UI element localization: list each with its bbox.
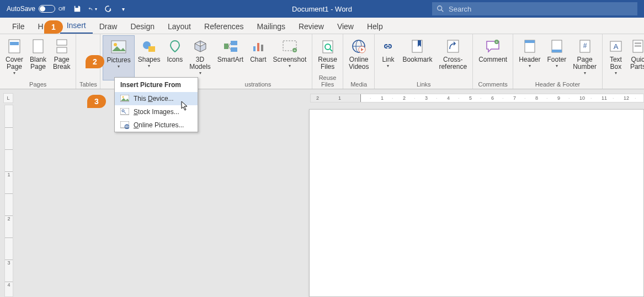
document-title: Document1 - Word (292, 5, 352, 13)
callout-2: 2 (86, 55, 104, 68)
page-number-button[interactable]: # Page Number▾ (570, 35, 600, 80)
chevron-down-icon: ▾ (584, 71, 586, 75)
chevron-down-icon: ▾ (529, 63, 531, 68)
online-videos-button[interactable]: Online Videos (345, 35, 372, 80)
reuse-files-icon (321, 37, 334, 55)
cube-icon (194, 37, 207, 55)
icons-label: Icons (167, 56, 183, 63)
reuse-files-button[interactable]: Reuse Files (315, 35, 340, 74)
shapes-label: Shapes (138, 56, 161, 63)
tab-insert[interactable]: Insert (60, 18, 93, 34)
cross-reference-button[interactable]: Cross- reference (435, 35, 470, 80)
shapes-button[interactable]: Shapes▾ (135, 35, 164, 80)
page-break-button[interactable]: Page Break (50, 35, 73, 80)
bookmark-button[interactable]: Bookmark (399, 35, 435, 80)
svg-rect-16 (253, 46, 256, 51)
svg-rect-36 (552, 50, 562, 52)
document-page[interactable] (309, 109, 644, 297)
search-icon (437, 5, 444, 13)
tab-draw[interactable]: Draw (93, 19, 124, 34)
icons-icon (168, 37, 182, 55)
page-break-label: Page Break (53, 56, 70, 71)
comment-button[interactable]: + Comment (475, 35, 510, 80)
tab-review[interactable]: Review (292, 19, 331, 34)
3d-models-button[interactable]: 3D Models▾ (186, 35, 214, 80)
cross-reference-label: Cross- reference (439, 56, 467, 71)
svg-rect-3 (10, 42, 19, 45)
tab-layout[interactable]: Layout (161, 19, 198, 34)
tab-file[interactable]: File (6, 19, 31, 34)
group-label-links: Links (377, 80, 470, 89)
link-icon (381, 37, 395, 55)
svg-rect-6 (57, 47, 67, 53)
customize-qat-icon[interactable]: ▾ (119, 4, 128, 13)
svg-rect-5 (57, 40, 67, 45)
tab-view[interactable]: View (331, 19, 360, 34)
quick-parts-button[interactable]: Quic Parts (627, 35, 644, 87)
text-box-icon: A (609, 37, 622, 55)
svg-rect-12 (231, 41, 237, 45)
group-header-footer: Header▾ Footer▾ # Page Number▾ Header & … (513, 34, 603, 89)
horizontal-ruler[interactable]: 21·1·2·3·4·5·6·7·8·9·10·11·12·13 (310, 94, 644, 102)
svg-text:+: + (294, 48, 296, 52)
dropdown-online-pictures[interactable]: Online Pictures... (115, 118, 198, 132)
text-box-label: Text Box (610, 56, 622, 71)
footer-label: Footer (547, 56, 567, 63)
chevron-down-icon: ▾ (13, 71, 15, 75)
shapes-icon (142, 37, 156, 55)
group-label-media: Media (345, 80, 372, 89)
smartart-icon (223, 37, 238, 55)
cover-page-button[interactable]: Cover Page▾ (2, 35, 26, 80)
screenshot-button[interactable]: + Screenshot▾ (270, 35, 310, 80)
quick-parts-label: Quic Parts (630, 56, 644, 71)
tab-help[interactable]: Help (360, 19, 390, 34)
bookmark-label: Bookmark (402, 56, 432, 63)
footer-button[interactable]: Footer▾ (544, 35, 570, 80)
vertical-ruler[interactable] (4, 105, 13, 297)
chevron-down-icon: ▾ (387, 63, 389, 68)
chevron-down-icon: ▾ (148, 63, 150, 68)
tab-mailings[interactable]: Mailings (251, 19, 292, 34)
globe-play-icon (352, 37, 366, 55)
title-bar: AutoSave Off ▾ ▾ Document1 - Word Search (0, 0, 644, 18)
group-label-header-footer: Header & Footer (515, 80, 600, 89)
pictures-label: Pictures (107, 57, 130, 64)
text-box-button[interactable]: A Text Box▾ (605, 35, 627, 87)
group-reuse: Reuse Files Reuse Files (312, 34, 343, 89)
screenshot-icon: + (283, 37, 297, 55)
mouse-cursor-icon (181, 101, 189, 111)
footer-icon (551, 37, 563, 55)
blank-page-button[interactable]: Blank Page (26, 35, 50, 80)
chart-button[interactable]: Chart (247, 35, 269, 80)
autosave-label: AutoSave (7, 5, 35, 13)
tab-references[interactable]: References (198, 19, 251, 34)
autosave-toggle[interactable]: AutoSave Off (0, 5, 65, 13)
bookmark-icon (411, 37, 423, 55)
dropdown-stock-images-label: Stock Images... (134, 108, 179, 116)
autosave-state: Off (58, 6, 65, 12)
chart-label: Chart (250, 56, 266, 63)
save-icon[interactable] (73, 4, 82, 13)
redo-icon[interactable] (104, 4, 113, 13)
group-label-tables: Tables (78, 80, 98, 89)
header-icon (524, 37, 536, 55)
ruler-corner[interactable]: L (3, 93, 13, 103)
header-button[interactable]: Header▾ (515, 35, 544, 80)
3d-models-label: 3D Models (189, 56, 211, 71)
dropdown-header: Insert Picture From (115, 78, 198, 92)
chart-icon (252, 37, 265, 55)
search-box[interactable]: Search (432, 2, 637, 15)
chevron-down-icon: ▾ (289, 63, 291, 68)
group-text: A Text Box▾ Quic Parts (603, 34, 644, 89)
undo-icon[interactable]: ▾ (88, 4, 97, 13)
page-break-icon (55, 37, 68, 55)
tab-design[interactable]: Design (124, 19, 161, 34)
link-button[interactable]: Link▾ (377, 35, 399, 80)
icons-button[interactable]: Icons (163, 35, 186, 80)
smartart-button[interactable]: SmartArt (214, 35, 247, 80)
picture-icon (111, 38, 126, 56)
pictures-button[interactable]: Pictures▾ (103, 35, 134, 80)
blank-page-icon (31, 37, 45, 55)
svg-rect-2 (9, 40, 20, 53)
svg-rect-42 (635, 42, 641, 44)
